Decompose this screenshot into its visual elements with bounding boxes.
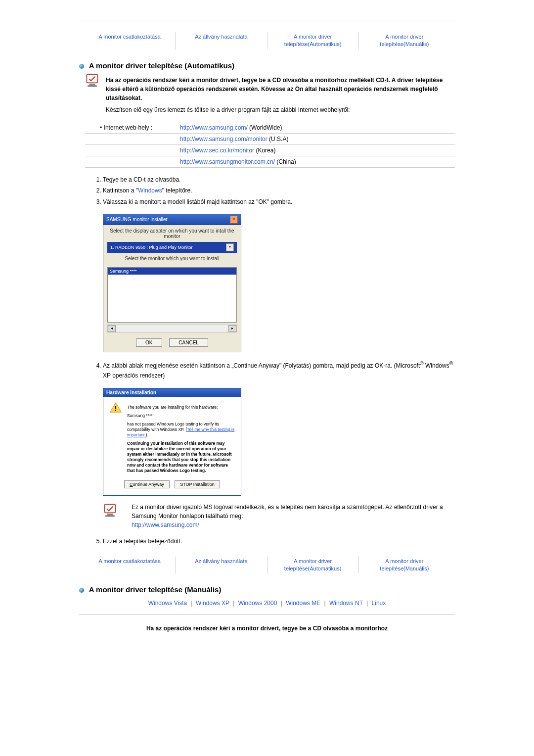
link-worldwide-suffix: (WorldWide) [248,124,282,131]
monitor-listbox[interactable]: Samsung **** [107,267,237,323]
continue-anyway-button[interactable]: CContinue Anywayontinue Anyway [124,480,170,488]
os-xp[interactable]: Windows XP [196,600,229,607]
auto-section-title: A monitor driver telepítése (Automatikus… [89,61,235,70]
nav2-auto[interactable]: A monitor driver telepítése(Automatikus) [269,558,356,573]
adapter-combo[interactable]: 1. RADEON 9550 : Plug and Play Monitor ▾ [107,242,237,253]
os-2000[interactable]: Windows 2000 [238,600,277,607]
os-links-row: Windows Vista | Windows XP | Windows 200… [79,600,455,607]
nav-connect[interactable]: A monitor csatlakoztatása [98,33,160,41]
steps-list-cont: Az alábbi ablak megjelenése esetén katti… [103,359,455,381]
registered-icon: ® [449,361,453,366]
hardware-dialog: Hardware Installation ! The software you… [103,388,241,496]
nav2-stand[interactable]: Az állvány használata [195,558,247,565]
hw-line3: has not passed Windows Logo testing to v… [127,422,235,438]
warning-icon: ! [109,402,122,413]
hw-line1: The software you are installing for this… [127,405,235,410]
svg-text:!: ! [115,405,117,412]
hw-line2: Samsung **** [127,413,235,419]
steps-list: Tegye be a CD-t az olvasóba. Kattintson … [103,175,455,207]
stop-installation-button[interactable]: STOP Installation [175,480,220,488]
link-korea[interactable]: http://www.sec.co.kr/monitor [180,147,254,154]
windows-installer-link[interactable]: Windows [138,187,162,194]
nav-manual[interactable]: A monitor driver telepítése(Manuális) [361,33,448,48]
svg-rect-2 [88,85,97,87]
close-icon[interactable]: ✕ [230,216,238,224]
link-china-suffix: (China) [275,158,296,165]
os-vista[interactable]: Windows Vista [148,600,187,607]
bullet-icon [79,588,84,593]
linktable-label: Internet web-hely : [104,124,153,131]
nav-stand[interactable]: Az állvány használata [195,33,247,41]
note-text: Ez a monitor driver igazoló MS logóval r… [132,504,443,520]
svg-rect-6 [105,516,115,517]
installer-instr2: Select the monitor which you want to ins… [103,253,241,264]
os-nt[interactable]: Windows NT [329,600,363,607]
auto-prep: Készítsen elő egy üres lemezt és töltse … [106,105,455,114]
top-nav: A monitor csatlakoztatása Az állvány has… [79,32,455,49]
auto-warning: Ha az operációs rendszer kéri a monitor … [106,76,455,102]
nav2-connect[interactable]: A monitor csatlakoztatása [98,558,160,565]
step-1: Tegye be a CD-t az olvasóba. [103,175,455,185]
step-2: Kattintson a "Windows" telepítőre. [103,186,455,195]
installer-title: SAMSUNG monitor installer [106,217,168,222]
nav-auto[interactable]: A monitor driver telepítése(Automatikus) [269,33,356,48]
bullet-icon [79,64,84,69]
manual-section-title: A monitor driver telepítése (Manuális) [89,585,222,594]
os-linux[interactable]: Linux [372,600,386,607]
monitor-check-icon [103,503,120,521]
chevron-down-icon[interactable]: ▾ [226,243,234,251]
scroll-left-icon[interactable]: ◂ [108,325,116,332]
installer-ok-button[interactable]: OK [136,338,162,347]
monitor-check-icon [85,73,102,91]
scroll-right-icon[interactable]: ▸ [228,325,236,332]
listbox-hscroll[interactable]: ◂ ▸ [107,325,237,332]
installer-instr1: Select the display adapter on which you … [103,225,241,242]
svg-rect-4 [104,505,115,513]
nav2-manual[interactable]: A monitor driver telepítése(Manuális) [361,558,448,573]
hw-title: Hardware Installation [103,388,241,397]
svg-rect-5 [107,514,113,515]
steps-list-final: Ezzel a telepítés befejeződött. [103,536,455,546]
svg-rect-0 [87,74,97,83]
step-5: Ezzel a telepítés befejeződött. [103,536,455,546]
divider-top [79,20,455,20]
hw-line4: Continuing your installation of this sof… [127,441,235,473]
internet-links-table: • Internet web-hely : http://www.samsung… [85,122,455,168]
mid-nav: A monitor csatlakoztatása Az állvány has… [79,557,455,574]
auto-section-heading: A monitor driver telepítése (Automatikus… [79,61,455,70]
svg-rect-1 [89,84,95,85]
link-china[interactable]: http://www.samsungmonitor.com.cn/ [180,158,275,165]
installer-window: SAMSUNG monitor installer ✕ Select the d… [103,214,241,352]
manual-section-heading: A monitor driver telepítése (Manuális) [79,585,455,594]
link-usa-suffix: (U.S.A) [267,136,289,142]
link-usa[interactable]: http://www.samsung.com/monitor [180,136,267,142]
note-link[interactable]: http://www.samsung.com/ [132,521,199,528]
os-me[interactable]: Windows ME [286,600,320,607]
step-3: Válassza ki a monitort a modell listából… [103,197,455,207]
manual-footer: Ha az operációs rendszer kéri a monitor … [79,624,455,633]
registered-icon: ® [420,361,423,366]
installer-cancel-button[interactable]: CANCEL [169,338,208,347]
divider-bottom [79,614,455,615]
link-worldwide[interactable]: http://www.samsung.com/ [180,124,248,131]
step-4: Az alábbi ablak megjelenése esetén katti… [103,359,455,381]
link-korea-suffix: (Korea) [254,147,275,154]
listbox-selected[interactable]: Samsung **** [108,268,236,275]
